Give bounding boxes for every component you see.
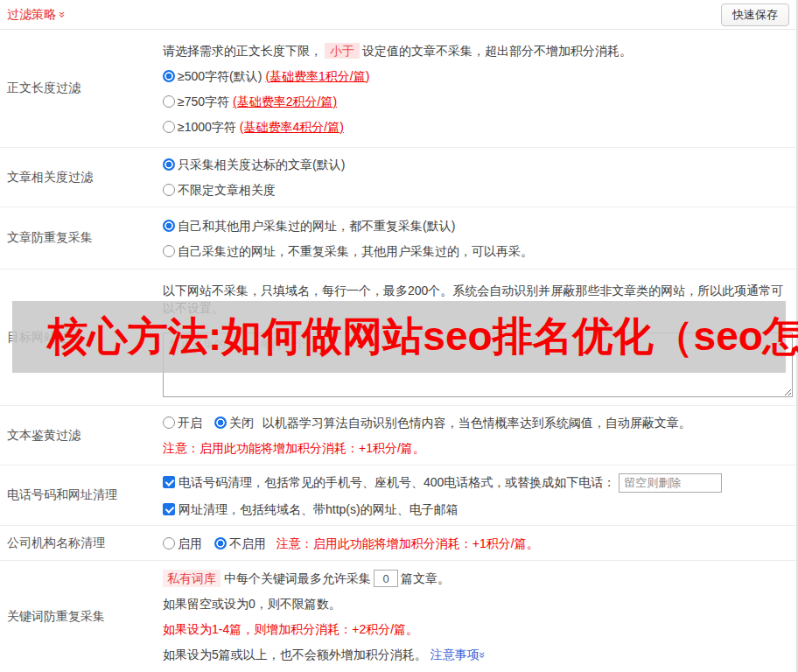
company-cleanup-options: 启用 不启用 注意：启用此功能将增加积分消耗：+1积分/篇。 — [163, 535, 791, 552]
company-off-radio[interactable] — [214, 537, 227, 550]
relevance-any-radio[interactable] — [163, 184, 175, 196]
row-porn-filter: 文本鉴黄过滤 开启 关闭 以机器学习算法自动识别色情内容，当色情概率达到系统阈值… — [0, 406, 796, 466]
row-label-phone-url: 电话号码和网址清理 — [0, 466, 163, 525]
company-on-label: 启用 — [178, 536, 202, 550]
keyword-note-cost: 如果设为1-4篇，则增加积分消耗：+2积分/篇。 — [163, 620, 791, 638]
dedup-own-label: 自己采集过的网址，不重复采集，其他用户采集过的，可以再采。 — [178, 244, 533, 258]
dedup-own-radio[interactable] — [163, 245, 175, 257]
porn-off-radio[interactable] — [214, 416, 227, 429]
company-option-off[interactable]: 不启用 — [214, 536, 266, 550]
row-label-relevance: 文章相关度过滤 — [0, 148, 163, 206]
quick-save-button[interactable]: 快速保存 — [721, 4, 789, 26]
dedup-global-radio[interactable] — [163, 220, 175, 232]
length-750-fee: (基础费率2积分/篇) — [233, 94, 337, 108]
row-relevance-filter: 文章相关度过滤 只采集相关度达标的文章(默认) 不限定文章相关度 — [0, 148, 796, 207]
company-cleanup-cost-note: 注意：启用此功能将增加积分消耗：+1积分/篇。 — [276, 536, 539, 550]
dedup-option-global[interactable]: 自己和其他用户采集过的网址，都不重复采集(默认) — [163, 217, 791, 234]
row-label-company-cleanup: 公司机构名称清理 — [0, 526, 163, 560]
length-1000-radio[interactable] — [163, 121, 175, 133]
keyword-limit-line: 私有词库中每个关键词最多允许采集篇文章。 — [163, 570, 791, 588]
target-site-description: 以下网站不采集，只填域名，每行一个，最多200个。系统会自动识别并屏蔽那些非文章… — [163, 282, 793, 317]
url-cleanup-label: 网址清理，包括纯域名、带http(s)的网址、电子邮箱 — [178, 502, 458, 516]
company-off-label: 不启用 — [229, 536, 266, 550]
company-on-radio[interactable] — [163, 537, 175, 550]
length-option-1000[interactable]: ≥1000字符(基础费率4积分/篇) — [163, 118, 791, 136]
row-company-name-cleanup: 公司机构名称清理 启用 不启用 注意：启用此功能将增加积分消耗：+1积分/篇。 — [0, 526, 796, 561]
notice-link[interactable]: 注意事项» — [430, 648, 486, 662]
url-cleanup-line: 网址清理，包括纯域名、带http(s)的网址、电子邮箱 — [163, 500, 791, 518]
row-label-target-site: 目标网站过滤 — [0, 270, 163, 405]
row-label-dedup: 文章防重复采集 — [0, 207, 163, 269]
porn-option-off[interactable]: 关闭 — [214, 416, 254, 430]
chevron-down-icon: » — [57, 11, 68, 18]
length-500-radio[interactable] — [163, 70, 175, 82]
desc-highlight-less-than: 小于 — [325, 43, 360, 59]
private-lexicon-tag: 私有词库 — [163, 570, 220, 587]
relevance-strict-radio[interactable] — [163, 158, 175, 171]
length-1000-label: ≥1000字符 — [178, 120, 236, 134]
replacement-phone-input[interactable] — [619, 473, 722, 493]
row-content-length-filter: 正文长度过滤 请选择需求的正文长度下限，小于设定值的文章不采集，超出部分不增加积… — [0, 30, 796, 148]
row-keyword-dedup: 关键词防重复采集 私有词库中每个关键词最多允许采集篇文章。 如果留空或设为0，则… — [0, 561, 796, 672]
length-500-label: ≥500字符(默认) — [178, 69, 262, 83]
porn-on-radio[interactable] — [163, 416, 175, 429]
length-750-label: ≥750字符 — [178, 94, 229, 108]
length-option-750[interactable]: ≥750字符(基础费率2积分/篇) — [163, 93, 791, 110]
phone-cleanup-label: 电话号码清理，包括常见的手机号、座机号、400电话格式，或替换成如下电话： — [178, 475, 615, 489]
length-500-fee: (基础费率1积分/篇) — [265, 69, 369, 83]
length-750-radio[interactable] — [163, 95, 175, 108]
phone-cleanup-line: 电话号码清理，包括常见的手机号、座机号、400电话格式，或替换成如下电话： — [163, 473, 791, 493]
url-cleanup-checkbox[interactable] — [163, 503, 175, 515]
phone-cleanup-option[interactable]: 电话号码清理，包括常见的手机号、座机号、400电话格式，或替换成如下电话： — [163, 475, 615, 489]
filter-strategy-page: 过滤策略 » 快速保存 正文长度过滤 请选择需求的正文长度下限，小于设定值的文章… — [0, 0, 798, 672]
porn-on-label: 开启 — [178, 416, 202, 430]
relevance-any-label: 不限定文章相关度 — [178, 183, 276, 197]
row-phone-url-cleanup: 电话号码和网址清理 电话号码清理，包括常见的手机号、座机号、400电话格式，或替… — [0, 466, 796, 526]
keyword-limit-suffix: 篇文章。 — [401, 571, 450, 585]
company-option-on[interactable]: 启用 — [163, 536, 202, 550]
keyword-note-unlimited: 如果留空或设为0，则不限篇数。 — [163, 595, 791, 612]
row-label-porn-filter: 文本鉴黄过滤 — [0, 406, 163, 465]
url-cleanup-option[interactable]: 网址清理，包括纯域名、带http(s)的网址、电子邮箱 — [163, 502, 458, 516]
chevron-down-icon: » — [477, 652, 488, 658]
porn-off-label: 关闭 — [229, 416, 254, 430]
topbar: 过滤策略 » 快速保存 — [0, 0, 796, 30]
row-label-keyword-dedup: 关键词防重复采集 — [0, 561, 163, 672]
porn-filter-cost-note: 注意：启用此功能将增加积分消耗：+1积分/篇。 — [163, 439, 791, 457]
keyword-limit-input[interactable] — [374, 570, 398, 587]
phone-cleanup-checkbox[interactable] — [163, 476, 175, 488]
notice-link-text: 注意事项 — [430, 648, 480, 662]
page-title-text: 过滤策略 — [7, 7, 56, 23]
desc-after: 设定值的文章不采集，超出部分不增加积分消耗。 — [362, 44, 632, 58]
length-option-500[interactable]: ≥500字符(默认)(基础费率1积分/篇) — [163, 67, 791, 85]
row-label-content-length: 正文长度过滤 — [0, 30, 163, 147]
keyword-limit-text: 中每个关键词最多允许采集 — [224, 571, 371, 585]
desc-before: 请选择需求的正文长度下限， — [163, 44, 322, 58]
content-length-description: 请选择需求的正文长度下限，小于设定值的文章不采集，超出部分不增加积分消耗。 — [163, 42, 791, 60]
dedup-global-label: 自己和其他用户采集过的网址，都不重复采集(默认) — [178, 219, 455, 233]
dedup-option-own[interactable]: 自己采集过的网址，不重复采集，其他用户采集过的，可以再采。 — [163, 242, 791, 260]
relevance-option-any[interactable]: 不限定文章相关度 — [163, 181, 791, 199]
blocked-domains-textarea[interactable] — [163, 332, 793, 397]
relevance-option-strict[interactable]: 只采集相关度达标的文章(默认) — [163, 156, 791, 173]
page-title[interactable]: 过滤策略 » — [7, 7, 66, 23]
porn-filter-description: 以机器学习算法自动识别色情内容，当色情概率达到系统阈值，自动屏蔽文章。 — [262, 416, 691, 430]
length-1000-fee: (基础费率4积分/篇) — [240, 120, 344, 134]
relevance-strict-label: 只采集相关度达标的文章(默认) — [178, 158, 345, 172]
porn-option-on[interactable]: 开启 — [163, 416, 202, 430]
porn-filter-options: 开启 关闭 以机器学习算法自动识别色情内容，当色情概率达到系统阈值，自动屏蔽文章… — [163, 414, 791, 431]
row-dedup-collection: 文章防重复采集 自己和其他用户采集过的网址，都不重复采集(默认) 自己采集过的网… — [0, 207, 796, 270]
row-target-site-filter: 目标网站过滤 以下网站不采集，只填域名，每行一个，最多200个。系统会自动识别并… — [0, 270, 796, 406]
keyword-free-text: 如果设为5篇或以上，也不会额外增加积分消耗。 — [163, 648, 427, 662]
keyword-note-free: 如果设为5篇或以上，也不会额外增加积分消耗。 注意事项» — [163, 646, 791, 663]
